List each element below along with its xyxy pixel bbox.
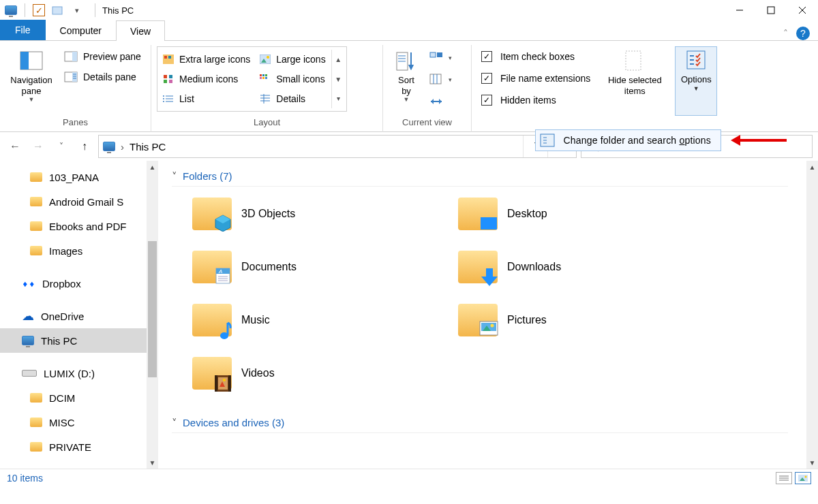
svg-rect-20 [169,80,172,83]
item-check-boxes-toggle[interactable]: ✓Item check boxes [477,46,594,67]
minimize-button[interactable] [724,0,755,20]
details-pane-button[interactable]: Details pane [60,67,145,87]
svg-rect-60 [541,134,554,146]
folder-pictures[interactable]: Pictures [458,298,717,342]
svg-rect-8 [72,52,77,61]
svg-point-24 [163,95,164,97]
folder-icon [192,357,232,390]
sidebar-item-onedrive[interactable]: ☁OneDrive [0,304,158,328]
hide-selected-button[interactable]: Hide selected items [597,46,672,116]
layout-large-icons[interactable]: Large icons [256,50,329,69]
svg-rect-68 [481,217,497,230]
folder-icon [458,251,498,283]
svg-rect-17 [164,75,167,78]
layout-list[interactable]: List [159,89,254,108]
file-name-extensions-toggle[interactable]: ✓File name extensions [477,68,594,89]
qat-properties-icon[interactable]: ✓ [31,3,47,18]
options-button[interactable]: Options ▼ [675,46,717,116]
sidebar-item-images[interactable]: Images [0,238,158,263]
folder-music[interactable]: Music [192,298,451,342]
devices-section-header[interactable]: ˅Devices and drives (3) [172,413,788,433]
svg-rect-70 [216,268,230,274]
folder-videos[interactable]: Videos [192,351,451,395]
qat-customize-icon[interactable]: ▾ [69,3,85,18]
folder-icon [30,221,42,231]
folder-icon [30,172,42,182]
preview-pane-button[interactable]: Preview pane [60,46,145,67]
folder-icon [30,393,42,403]
recent-locations-button[interactable]: ˅ [52,137,71,156]
svg-rect-47 [430,52,436,57]
sidebar-item-dropbox[interactable]: ⬧⬧Dropbox [0,271,158,296]
layout-expand[interactable]: ▾ [332,89,345,108]
sidebar-item-103-pana[interactable]: 103_PANA [0,165,158,189]
add-columns-button[interactable]: ▾ [427,69,455,90]
options-dropdown-item[interactable]: Change folder and search options [535,129,721,151]
layout-medium-icons[interactable]: Medium icons [159,69,254,89]
folder-downloads[interactable]: Downloads [458,245,717,289]
hidden-items-toggle[interactable]: ✓Hidden items [477,90,594,110]
forward-button[interactable]: → [29,137,48,156]
sidebar-item-misc[interactable]: MISC [0,410,158,435]
svg-point-29 [267,56,269,59]
layout-details[interactable]: Details [256,89,329,108]
sidebar-scrollbar[interactable]: ▲▼ [147,161,158,469]
svg-rect-16 [168,56,171,59]
folder-icon [30,197,42,206]
svg-rect-49 [430,74,441,84]
folder-documents[interactable]: ADocuments [192,245,451,289]
up-button[interactable]: ↑ [75,137,94,156]
folder-desktop[interactable]: Desktop [458,192,717,236]
svg-rect-56 [687,51,705,69]
sort-by-button[interactable]: Sort by▼ [389,46,424,116]
dropbox-icon: ⬧⬧ [22,277,35,289]
maximize-button[interactable] [755,0,787,20]
collapse-ribbon-icon[interactable]: ˄ [783,28,788,39]
qat-new-folder-icon[interactable] [50,3,66,18]
folders-section-header[interactable]: ˅Folders (7) [172,166,788,187]
status-bar: 10 items [0,469,818,486]
folder-3d-objects[interactable]: 3D Objects [192,192,451,236]
ribbon: Navigation pane▼ Preview pane Details pa… [0,41,818,132]
svg-rect-35 [265,77,267,79]
content-scrollbar[interactable]: ▲▼ [806,161,818,469]
svg-rect-33 [260,77,262,79]
sidebar-item-lumix-d-[interactable]: LUMIX (D:) [0,361,158,385]
view-large-icons-button[interactable] [795,472,811,484]
layout-small-icons[interactable]: Small icons [256,69,329,89]
tab-view[interactable]: View [116,20,165,41]
group-by-button[interactable]: ▾ [427,48,455,68]
layout-extra-large-icons[interactable]: Extra large icons [159,50,254,69]
sidebar-item-dcim[interactable]: DCIM [0,385,158,410]
close-button[interactable] [787,0,818,20]
svg-rect-18 [169,75,172,78]
help-icon[interactable]: ? [796,27,810,40]
sidebar-item-private[interactable]: PRIVATE [0,435,158,459]
view-details-button[interactable] [776,472,792,484]
size-columns-button[interactable] [427,91,455,112]
svg-rect-32 [265,74,267,76]
back-button[interactable]: ← [5,137,25,156]
title-bar: ✓ ▾ This PC [0,0,818,20]
svg-marker-54 [439,99,442,104]
annotation-arrow [731,135,787,146]
svg-rect-83 [228,375,231,392]
layout-gallery[interactable]: Extra large icons Medium icons List Larg… [157,46,347,112]
layout-scroll-down[interactable]: ▼ [332,69,345,89]
svg-rect-10 [72,72,77,82]
sidebar-item-this-pc[interactable]: This PC [0,328,158,353]
folder-icon [458,304,498,336]
svg-rect-19 [164,80,167,83]
sidebar-item-ebooks-and-pdf[interactable]: Ebooks and PDF [0,214,158,238]
tab-computer[interactable]: Computer [46,20,116,40]
breadcrumb-this-pc[interactable]: This PC [130,141,166,153]
layout-scroll-up[interactable]: ▲ [332,50,345,69]
tab-file[interactable]: File [0,20,46,40]
onedrive-icon: ☁ [22,309,34,324]
sidebar-item-android-gmail-s[interactable]: Android Gmail S [0,189,158,214]
folder-icon [30,442,42,452]
system-icon[interactable] [3,3,19,18]
svg-rect-15 [164,56,167,59]
navigation-pane-button[interactable]: Navigation pane▼ [5,46,57,116]
address-box[interactable]: › This PC ˅ ↻ [98,135,577,158]
